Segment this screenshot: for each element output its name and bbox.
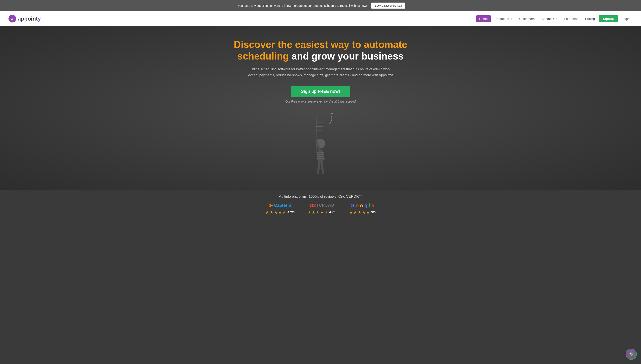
nav-home[interactable]: Home — [476, 15, 491, 22]
svg-rect-19 — [317, 156, 324, 157]
nav-pricing[interactable]: Pricing — [582, 15, 598, 22]
hero-illustration — [268, 110, 373, 182]
capterra-arrow-icon: ➤ — [269, 202, 273, 208]
google-stars: ★ ★ ★ ★ ★ 5/5 — [349, 210, 376, 215]
nav-enterprise[interactable]: Enterprise — [561, 15, 581, 22]
google-g2: g — [364, 202, 368, 208]
star-5-half: ★ — [282, 210, 286, 215]
capterra-rating: 4.7/5 — [287, 210, 294, 214]
google-g: G — [350, 202, 354, 208]
hero-section: Discover the easiest way to automate sch… — [0, 26, 641, 190]
google-logo: Google — [350, 202, 374, 208]
login-link[interactable]: Login — [619, 15, 632, 22]
announcement-bar: If you have any questions or want to kno… — [0, 0, 641, 11]
logo-text: appointy — [18, 16, 41, 22]
svg-rect-20 — [317, 158, 324, 159]
star-3: ★ — [274, 210, 278, 215]
announcement-text: If you have any questions or want to kno… — [236, 4, 367, 8]
google-e: e — [371, 202, 374, 208]
g2-logo-mark: G2 — [310, 203, 316, 208]
g2-logo: G2 | CROWD — [310, 203, 334, 208]
nav-links: Home Product Tour Customers Contact Us E… — [476, 15, 632, 22]
review-platforms: ➤ Capterra ★ ★ ★ ★ ★ 4.7/5 G2 | CROWD ★ … — [265, 201, 376, 215]
google-o1: o — [356, 202, 359, 208]
g2-platform: G2 | CROWD ★ ★ ★ ★ ★ 4.7/5 — [307, 203, 336, 215]
star-2: ★ — [270, 210, 273, 215]
capterra-logo: ➤ Capterra — [269, 202, 291, 208]
nav-customers[interactable]: Customers — [516, 15, 538, 22]
capterra-platform: ➤ Capterra ★ ★ ★ ★ ★ 4.7/5 — [265, 202, 294, 215]
google-platform: Google ★ ★ ★ ★ ★ 5/5 — [349, 202, 376, 215]
social-proof-text: Multiple platforms, 1000's of reviews. O… — [278, 194, 362, 199]
svg-line-16 — [322, 162, 323, 173]
logo[interactable]: a appointy — [9, 15, 41, 22]
hero-title-rest: and grow your business — [289, 51, 404, 62]
book-discovery-call-button[interactable]: Book a Discovery Call — [371, 2, 405, 9]
g2-stars: ★ ★ ★ ★ ★ 4.7/5 — [307, 210, 336, 215]
star-4: ★ — [278, 210, 282, 215]
google-o2: o — [360, 202, 363, 208]
capterra-stars: ★ ★ ★ ★ ★ 4.7/5 — [265, 210, 294, 215]
g2-rating: 4.7/5 — [329, 210, 336, 214]
logo-icon: a — [9, 15, 16, 22]
hero-title: Discover the easiest way to automate sch… — [225, 39, 416, 62]
social-proof-bar: Multiple platforms, 1000's of reviews. O… — [0, 190, 641, 219]
svg-rect-17 — [317, 152, 324, 153]
g2-crowd-text: | CROWD — [317, 203, 334, 208]
nav-product-tour[interactable]: Product Tour — [491, 15, 515, 22]
signup-cta-button[interactable]: Sign up FREE now! — [291, 86, 350, 97]
google-l: l — [369, 202, 370, 208]
cta-note: Our Free plan is free forever. No Credit… — [285, 100, 356, 103]
capterra-name: Capterra — [274, 203, 291, 208]
child-svg — [295, 112, 346, 180]
star-1: ★ — [265, 210, 269, 215]
nav-contact-us[interactable]: Contact Us — [538, 15, 560, 22]
hero-subtitle: Online scheduling software for better ap… — [246, 66, 395, 78]
hero-image-area — [268, 110, 373, 182]
google-rating: 5/5 — [371, 210, 376, 214]
svg-rect-18 — [317, 154, 324, 155]
svg-line-15 — [318, 162, 319, 173]
navbar: a appointy Home Product Tour Customers C… — [0, 11, 641, 26]
signup-button[interactable]: Signup — [598, 15, 618, 22]
